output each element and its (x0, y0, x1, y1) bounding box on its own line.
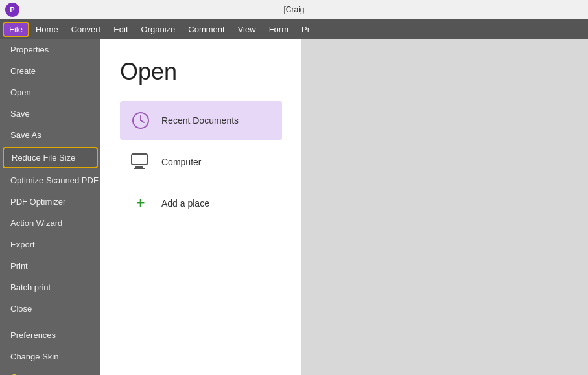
svg-line-2 (141, 120, 144, 122)
sidebar-item-label: Save (10, 109, 30, 119)
menubar-item-comment[interactable]: Comment (182, 22, 231, 37)
computer-option[interactable]: Computer (120, 142, 282, 181)
menubar-item-edit[interactable]: Edit (107, 22, 134, 37)
titlebar-title: [Craig (283, 5, 304, 14)
sidebar-item-batch-print[interactable]: Batch print (0, 277, 100, 298)
sidebar-item-save-as[interactable]: Save As (0, 124, 100, 146)
sidebar-item-create[interactable]: Create (0, 60, 100, 82)
sidebar-item-label: Action Wizard (10, 218, 62, 228)
menubar-item-home[interactable]: Home (29, 22, 65, 37)
right-area (301, 39, 588, 375)
sidebar-item-open[interactable]: Open (0, 82, 100, 103)
menubar-item-view[interactable]: View (231, 22, 263, 37)
menubar-item-file[interactable]: File (3, 22, 29, 37)
sidebar-item-label: Optimize Scanned PDF (10, 176, 99, 185)
sidebar: PropertiesCreateOpenSaveSave AsReduce Fi… (0, 39, 100, 375)
recent-documents-option[interactable]: Recent Documents (120, 101, 282, 140)
content-area: Open Recent Documents (100, 39, 588, 375)
add-place-option[interactable]: + Add a place (120, 184, 282, 223)
sidebar-item-action-wizard[interactable]: Action Wizard (0, 212, 100, 234)
sidebar-item-label: Save As (10, 130, 41, 140)
sidebar-item-label: Create (10, 66, 36, 76)
sidebar-item-save[interactable]: Save (0, 103, 100, 124)
menubar: FileHomeConvertEditOrganizeCommentViewFo… (0, 19, 588, 39)
recent-documents-label: Recent Documents (161, 115, 239, 126)
open-title: Open (120, 58, 282, 85)
clock-icon (129, 109, 152, 132)
app-logo: P (5, 3, 19, 17)
sidebar-item-label: Reduce File Size (12, 153, 75, 163)
computer-icon (129, 150, 152, 174)
menubar-item-form[interactable]: Form (263, 22, 295, 37)
titlebar: P [Craig (0, 0, 588, 19)
plus-icon: + (129, 192, 152, 215)
sidebar-item-label: Print (10, 261, 28, 271)
sidebar-item-share-with-friends[interactable]: Share with Friends (0, 367, 100, 375)
sidebar-item-label: Properties (10, 45, 49, 54)
sidebar-item-optimize-scanned-pdf[interactable]: Optimize Scanned PDF (0, 170, 100, 191)
sidebar-item-pdf-optimizer[interactable]: PDF Optimizer (0, 191, 100, 212)
open-panel: Open Recent Documents (100, 39, 301, 375)
sidebar-item-label: Change Skin (10, 352, 58, 361)
sidebar-item-label: Batch print (10, 282, 51, 292)
svg-rect-5 (134, 168, 145, 169)
menubar-item-convert[interactable]: Convert (65, 22, 108, 37)
sidebar-item-preferences[interactable]: Preferences (0, 324, 100, 346)
sidebar-item-label: Close (10, 304, 32, 313)
sidebar-item-close[interactable]: Close (0, 298, 100, 319)
sidebar-item-label: Export (10, 240, 35, 249)
sidebar-item-properties[interactable]: Properties (0, 39, 100, 60)
sidebar-item-reduce-file-size[interactable]: Reduce File Size (3, 147, 98, 168)
menubar-item-pr[interactable]: Pr (295, 22, 316, 37)
menubar-item-organize[interactable]: Organize (135, 22, 182, 37)
sidebar-item-label: PDF Optimizer (10, 197, 65, 207)
computer-label: Computer (161, 157, 201, 167)
svg-rect-3 (132, 154, 147, 165)
sidebar-item-export[interactable]: Export (0, 234, 100, 255)
sidebar-item-print[interactable]: Print (0, 255, 100, 277)
main-layout: PropertiesCreateOpenSaveSave AsReduce Fi… (0, 39, 588, 375)
sidebar-item-change-skin[interactable]: Change Skin (0, 346, 100, 367)
add-place-label: Add a place (161, 198, 209, 209)
sidebar-item-label: Open (10, 87, 31, 97)
sidebar-item-label: Preferences (10, 330, 56, 340)
svg-rect-4 (135, 166, 143, 168)
